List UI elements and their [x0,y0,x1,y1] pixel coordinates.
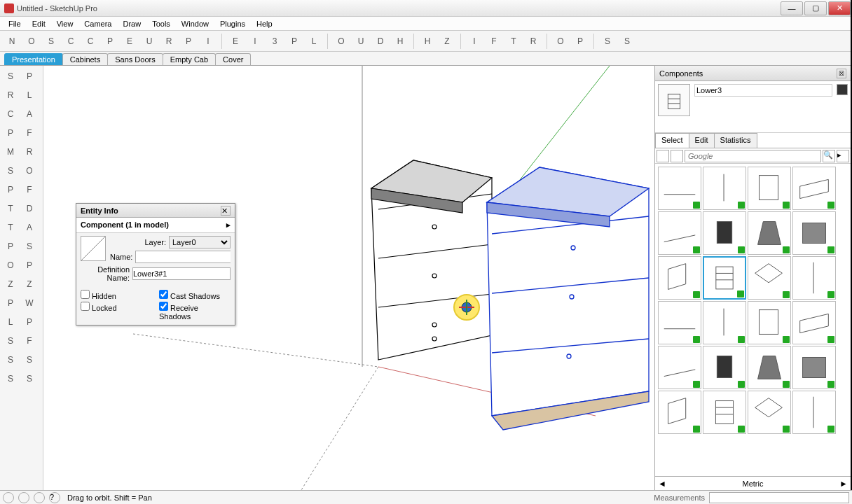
menu-edit[interactable]: Edit [27,17,51,30]
shade2-button[interactable] [618,32,636,50]
follow-tool[interactable] [20,181,39,199]
scene-tab-empty-cab[interactable]: Empty Cab [163,53,216,65]
look-tool[interactable] [1,313,20,331]
component-thumb[interactable] [792,256,836,300]
solid3-tool[interactable] [20,370,39,388]
components-tab-statistics[interactable]: Statistics [714,133,757,148]
right-button[interactable] [524,32,542,50]
freehand-tool[interactable] [20,124,39,142]
view-mode-dropdown[interactable] [657,150,669,162]
nav-back[interactable]: ◄ [658,479,666,489]
scale-tool[interactable] [1,162,20,180]
component-thumb[interactable] [703,346,746,389]
text-tool[interactable] [1,218,20,237]
help-icon[interactable]: ? [49,492,60,503]
component-thumb[interactable] [792,346,836,389]
menu-view[interactable]: View [51,17,79,30]
top-button[interactable] [504,32,523,50]
entity-info-close[interactable]: ✕ [221,206,231,216]
3dw-button[interactable] [266,32,284,50]
status-icon-1[interactable] [3,492,14,503]
dim-tool[interactable] [20,200,39,218]
zoom-tool[interactable] [1,275,20,293]
cast-shadows-checkbox[interactable] [159,290,168,299]
poly-tool[interactable] [1,124,20,142]
print-button[interactable] [179,32,198,50]
zoom-button[interactable] [438,32,456,50]
menu-tools[interactable]: Tools [146,17,176,30]
component-thumb[interactable] [658,391,701,434]
status-icon-2[interactable] [18,492,29,503]
component-thumb[interactable] [658,301,701,344]
components-tab-select[interactable]: Select [655,133,689,148]
component-thumb[interactable] [703,391,746,434]
walk-tool[interactable] [20,294,39,312]
up-button[interactable] [352,32,370,50]
solid1-tool[interactable] [20,351,39,369]
component-thumb[interactable] [748,256,791,300]
menu-window[interactable]: Window [176,17,214,30]
fog-tool[interactable] [20,332,39,350]
sandbox-tool[interactable] [1,332,20,350]
persp-button[interactable] [571,32,589,50]
search-button[interactable]: 🔍 [823,150,835,162]
component-thumb[interactable] [748,211,791,255]
component-info-toggle[interactable] [837,84,848,95]
front-button[interactable] [485,32,503,50]
line-tool[interactable] [20,86,39,104]
new-button[interactable] [3,32,21,50]
component-thumb[interactable] [748,346,791,389]
menu-draw[interactable]: Draw [117,17,146,30]
component-thumb[interactable] [658,167,701,210]
paste-button[interactable] [101,32,119,50]
zoomext-tool[interactable] [20,275,39,293]
pan-tool[interactable] [20,256,39,274]
locked-checkbox[interactable] [81,302,90,311]
component-thumb[interactable] [792,301,836,344]
rect-tool[interactable] [1,86,20,104]
import-button[interactable] [246,32,264,50]
scene-tab-cover[interactable]: Cover [215,53,251,65]
down-button[interactable] [371,32,390,50]
paint-button[interactable] [285,32,303,50]
export-button[interactable] [226,32,245,50]
minimize-button[interactable]: — [781,1,803,15]
outliner-button[interactable] [332,32,350,50]
component-thumb[interactable] [748,391,791,434]
prev-tool[interactable] [1,294,20,312]
menu-file[interactable]: File [3,17,27,30]
hide-button[interactable] [391,32,409,50]
protr-tool[interactable] [1,237,20,255]
circle-tool[interactable] [1,105,20,123]
component-thumb[interactable] [792,211,836,255]
entity-info-panel[interactable]: Entity Info ✕ Component (1 in model) ▸ L… [76,203,235,326]
component-thumb[interactable] [658,211,701,255]
rotate-tool[interactable] [20,143,39,161]
maximize-button[interactable]: ▢ [804,1,827,15]
tape-tool[interactable] [1,200,20,218]
components-close[interactable]: ☒ [837,69,846,78]
component-thumb[interactable] [703,211,746,255]
menu-plugins[interactable]: Plugins [214,17,251,30]
name-input[interactable] [135,251,231,263]
component-thumb[interactable] [792,391,836,434]
orbit-tool[interactable] [1,256,20,274]
section-tool[interactable] [20,237,39,255]
redo-button[interactable] [160,32,178,50]
component-search[interactable] [685,150,821,162]
components-tab-edit[interactable]: Edit [689,133,715,148]
component-thumb[interactable] [792,167,836,210]
shade1-button[interactable] [598,32,617,50]
component-thumb[interactable] [748,301,791,344]
save-button[interactable] [42,32,60,50]
home-dropdown[interactable] [671,150,683,162]
info-button[interactable] [199,32,217,50]
component-thumb[interactable] [703,256,746,300]
menu-help[interactable]: Help [251,17,278,30]
component-thumb[interactable] [748,167,791,210]
component-thumb[interactable] [658,346,701,389]
select-tool[interactable] [1,67,20,85]
ortho-button[interactable] [551,32,570,50]
component-thumb[interactable] [658,256,701,300]
close-button[interactable]: ✕ [828,1,851,15]
